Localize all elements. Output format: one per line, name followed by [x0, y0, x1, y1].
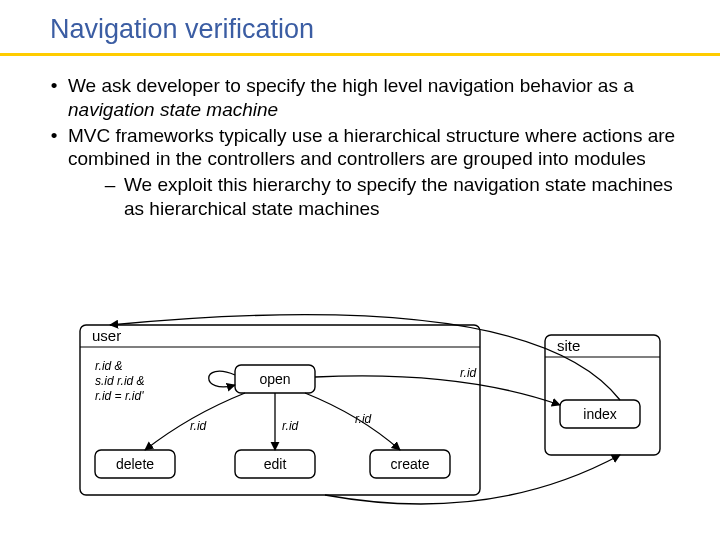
bullet-1-em: navigation state machine: [68, 99, 278, 120]
sub-bullet-mark: –: [96, 173, 124, 221]
edge-index-user-top: [110, 315, 620, 400]
node-edit-label: edit: [264, 456, 287, 472]
guard-line2: s.id r.id &: [95, 374, 145, 388]
bullet-2: MVC frameworks typically use a hierarchi…: [68, 125, 675, 170]
sub-bullet-text: We exploit this hierarchy to specify the…: [124, 173, 680, 221]
site-label: site: [557, 337, 580, 354]
node-delete-label: delete: [116, 456, 154, 472]
bullet-text: We ask developer to specify the high lev…: [68, 74, 680, 122]
edge-label: r.id: [355, 412, 372, 426]
edge-label: r.id: [190, 419, 207, 433]
slide-body: • We ask developer to specify the high l…: [0, 56, 720, 221]
bullet-1-pre: We ask developer to specify the high lev…: [68, 75, 634, 96]
edge-open-index: [315, 376, 560, 405]
node-create-label: create: [391, 456, 430, 472]
edge-open-self: [209, 371, 235, 387]
bullet-item: • MVC frameworks typically use a hierarc…: [40, 124, 680, 221]
node-index-label: index: [583, 406, 616, 422]
guard-line3: r.id = r.id': [95, 389, 144, 403]
sub-bullet-item: – We exploit this hierarchy to specify t…: [96, 173, 680, 221]
edge-label: r.id: [282, 419, 299, 433]
bullet-mark: •: [40, 124, 68, 221]
bullet-mark: •: [40, 74, 68, 122]
node-open-label: open: [259, 371, 290, 387]
slide-title: Navigation verification: [0, 0, 720, 53]
state-machine-diagram: user site open delete edit create index …: [60, 305, 670, 515]
user-label: user: [92, 327, 121, 344]
guard-line1: r.id &: [95, 359, 123, 373]
edge-open-create: [305, 393, 400, 450]
bullet-text: MVC frameworks typically use a hierarchi…: [68, 124, 680, 221]
edge-user-site-bottom: [325, 455, 620, 504]
edge-label: r.id: [460, 366, 477, 380]
bullet-item: • We ask developer to specify the high l…: [40, 74, 680, 122]
